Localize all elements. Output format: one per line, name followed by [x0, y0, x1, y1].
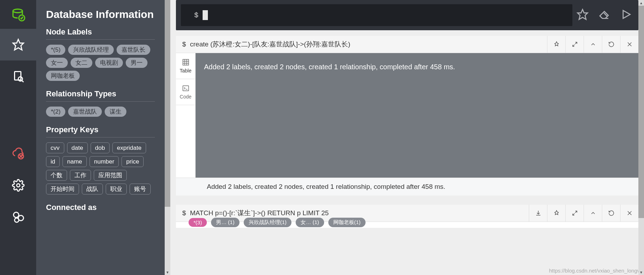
collapse-up-button[interactable] — [584, 205, 602, 222]
divider — [46, 39, 155, 40]
property-key-chip[interactable]: id — [46, 156, 60, 167]
section-connected-title: Connected as — [46, 203, 155, 212]
svg-rect-18 — [183, 59, 189, 65]
property-key-chip[interactable]: name — [63, 156, 87, 167]
rel-type-pill[interactable]: 嘉世战队 — [68, 107, 102, 117]
property-key-chip[interactable]: 账号 — [130, 184, 151, 194]
scrollbar-thumb[interactable] — [638, 6, 644, 218]
node-label-pill[interactable]: 网咖老板 — [46, 71, 80, 81]
node-label-pill[interactable]: 兴欣战队经理 — [68, 45, 114, 55]
property-key-chip[interactable]: 职业 — [106, 184, 127, 194]
section-rel-types-title: Relationship Types — [46, 89, 155, 98]
graph-label-pill[interactable]: 女… (1) — [296, 218, 324, 227]
erase-icon[interactable] — [598, 8, 610, 22]
result-frame: $ MATCH p=()-[r:`谋生`]->() RETURN p LIMIT… — [176, 205, 638, 228]
text-cursor — [203, 10, 208, 20]
sidebar-title: Database Information — [46, 8, 155, 20]
property-key-chip[interactable]: cvv — [46, 142, 64, 153]
property-key-chip[interactable]: number — [90, 156, 119, 167]
svg-marker-15 — [623, 11, 630, 19]
prop-keys-group: cvvdatedobexpridateidnamenumberprice个数工作… — [46, 142, 155, 194]
property-key-chip[interactable]: 应用范围 — [94, 170, 127, 181]
watermark: https://blog.csdn.net/vxiao_shen_longv — [549, 268, 640, 274]
svg-point-12 — [14, 218, 19, 222]
rel-type-pill[interactable]: *(2) — [46, 107, 65, 117]
graph-label-pill[interactable]: 网咖老板(1) — [328, 218, 366, 227]
frame2-label-pills: *(3)男… (1)兴欣战队经理(1)女… (1)网咖老板(1) — [189, 218, 366, 227]
nav-about[interactable] — [0, 201, 36, 233]
graph-label-pill[interactable]: *(3) — [189, 218, 207, 227]
frame-header: $ create (苏沐橙:女二)-[队友:嘉世战队]->(孙翔:嘉世队长) — [176, 36, 638, 53]
sidebar: Database Information Node Labels *(5)兴欣战… — [36, 0, 165, 275]
query-editor: $ — [176, 0, 638, 30]
result-frame: $ create (苏沐橙:女二)-[队友:嘉世战队]->(孙翔:嘉世队长) T… — [176, 36, 638, 196]
view-tab-table[interactable]: Table — [176, 53, 195, 79]
main-area: $ $ create (苏沐橙:女二)-[队友:嘉世战队]->(孙翔:嘉世队长) — [170, 0, 644, 275]
svg-point-10 — [13, 212, 19, 218]
frame-command: $ MATCH p=()-[r:`谋生`]->() RETURN p LIMIT… — [176, 209, 529, 218]
node-label-pill[interactable]: 嘉世队长 — [117, 45, 150, 55]
property-key-chip[interactable]: date — [67, 142, 88, 153]
scroll-down-icon[interactable]: ▼ — [638, 269, 644, 275]
scroll-up-icon[interactable]: ▲ — [638, 0, 644, 6]
property-key-chip[interactable]: 开始时间 — [46, 184, 79, 194]
app-logo — [0, 0, 36, 29]
svg-line-5 — [22, 81, 24, 82]
result-output: Added 2 labels, created 2 nodes, created… — [196, 53, 638, 178]
collapse-up-button[interactable] — [584, 36, 602, 53]
nav-documents[interactable] — [0, 60, 36, 92]
divider — [46, 101, 155, 102]
svg-point-9 — [17, 184, 20, 187]
view-rail: Table Code — [176, 53, 196, 178]
node-label-pill[interactable]: 女一 — [46, 58, 68, 68]
node-labels-group: *(5)兴欣战队经理嘉世队长女一女二电视剧男一网咖老板 — [46, 45, 155, 81]
section-node-labels-title: Node Labels — [46, 27, 155, 37]
frame-status: Added 2 labels, created 2 nodes, created… — [176, 178, 638, 196]
node-label-pill[interactable]: 男一 — [126, 58, 147, 68]
download-button[interactable] — [529, 205, 547, 222]
prompt-symbol: $ — [194, 11, 198, 19]
node-label-pill[interactable]: *(5) — [46, 45, 65, 55]
expand-button[interactable] — [565, 205, 584, 222]
scrollbar-thumb[interactable] — [165, 0, 170, 207]
nav-rail — [0, 0, 36, 275]
section-prop-keys-title: Property Keys — [46, 125, 155, 134]
property-key-chip[interactable]: price — [121, 156, 144, 167]
scroll-down-icon[interactable]: ▼ — [165, 269, 170, 275]
query-input[interactable]: $ — [181, 4, 572, 26]
sidebar-scrollbar[interactable]: ▲ ▼ — [165, 0, 170, 275]
graph-label-pill[interactable]: 兴欣战队经理(1) — [244, 218, 291, 227]
svg-marker-2 — [13, 39, 24, 50]
frame-command: $ create (苏沐橙:女二)-[队友:嘉世战队]->(孙翔:嘉世队长) — [176, 40, 547, 49]
close-button[interactable] — [620, 36, 638, 53]
rel-types-group: *(2)嘉世战队谋生 — [46, 107, 155, 117]
rel-type-pill[interactable]: 谋生 — [105, 107, 126, 117]
node-label-pill[interactable]: 女二 — [71, 58, 92, 68]
node-label-pill[interactable]: 电视剧 — [95, 58, 123, 68]
svg-rect-23 — [183, 86, 189, 91]
property-key-chip[interactable]: 战队 — [82, 184, 103, 194]
property-key-chip[interactable]: dob — [91, 142, 110, 153]
rerun-button[interactable] — [602, 36, 620, 53]
divider — [46, 137, 155, 138]
svg-rect-3 — [14, 72, 21, 80]
favorite-icon[interactable] — [577, 8, 589, 22]
nav-cloud-error[interactable] — [0, 138, 36, 170]
close-button[interactable] — [620, 205, 638, 222]
main-scrollbar[interactable]: ▲ ▼ — [638, 0, 644, 275]
graph-label-pill[interactable]: 男… (1) — [211, 218, 239, 227]
nav-settings[interactable] — [0, 170, 36, 201]
pin-button[interactable] — [547, 205, 565, 222]
property-key-chip[interactable]: 工作 — [70, 170, 91, 181]
rerun-button[interactable] — [602, 205, 620, 222]
expand-button[interactable] — [565, 36, 584, 53]
view-tab-code[interactable]: Code — [176, 79, 195, 105]
property-key-chip[interactable]: expridate — [112, 142, 146, 153]
property-key-chip[interactable]: 个数 — [46, 170, 67, 181]
play-icon[interactable] — [620, 8, 632, 22]
pin-button[interactable] — [547, 36, 565, 53]
nav-favorites[interactable] — [0, 29, 36, 60]
svg-marker-13 — [578, 9, 587, 19]
svg-point-0 — [13, 9, 22, 13]
